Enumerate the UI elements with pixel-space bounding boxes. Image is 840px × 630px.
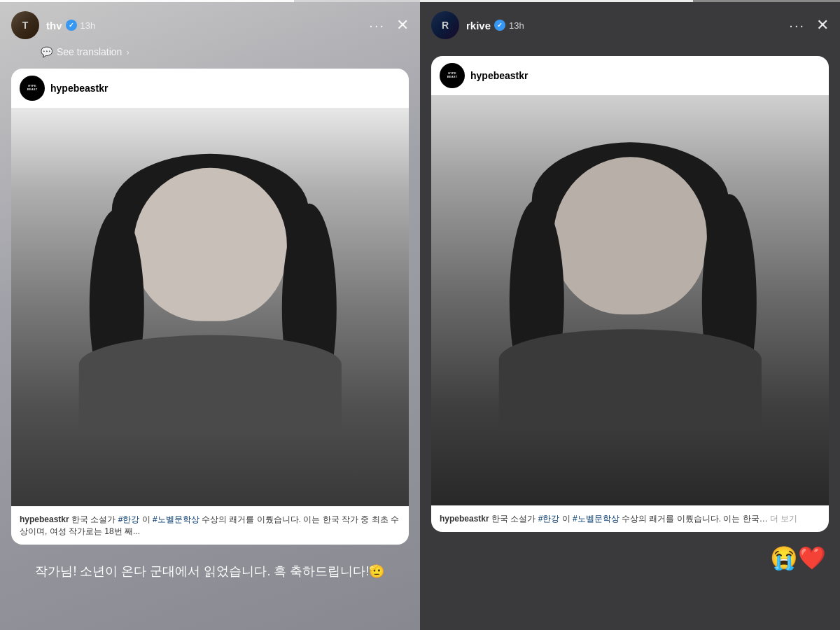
translation-text[interactable]: See translation — [57, 46, 122, 57]
more-link-right[interactable]: 더 보기 — [770, 514, 797, 524]
portrait-bg-right — [431, 95, 829, 505]
more-dots-right[interactable]: ··· — [789, 18, 805, 34]
header-actions-left: ··· ✕ — [369, 16, 409, 34]
username-right: rkive — [466, 20, 491, 31]
story-bottom-text: 작가님! 소년이 온다 군대에서 읽었습니다. 흑 축하드립니다!🫡 — [0, 550, 420, 598]
verified-badge-right: ✓ — [494, 20, 505, 31]
story-right: R rkive ✓ 13h ··· ✕ HYPEBEAST hypebeastk… — [420, 0, 840, 630]
post-account-right[interactable]: hypebeastkr — [470, 70, 528, 81]
face-silhouette-right — [521, 142, 739, 429]
hypebeast-logo-left: HYPEBEAST — [20, 76, 45, 101]
post-caption-right: hypebeastkr 한국 소설가 #한강 이 #노벨문학상 수상의 쾌거를 … — [431, 505, 829, 532]
avatar-left[interactable]: T — [11, 11, 39, 39]
username-row-right: rkive ✓ 13h — [466, 20, 789, 31]
translation-arrow: › — [126, 47, 129, 57]
reaction-emoji: 😭❤️ — [770, 545, 826, 571]
header-info-right: rkive ✓ 13h — [466, 20, 789, 31]
post-card-header-right: HYPEBEAST hypebeastkr — [431, 56, 829, 95]
post-card-left: HYPEBEAST hypebeastkr hypebeastkr 한국 소설가… — [11, 69, 409, 545]
face-silhouette-left — [101, 153, 319, 433]
username-row-left: thv ✓ 13h — [46, 20, 369, 31]
close-button-right[interactable]: ✕ — [816, 16, 829, 34]
shoulders-right — [499, 329, 762, 430]
shoulders-left — [79, 335, 342, 433]
avatar-right[interactable]: R — [431, 11, 459, 39]
post-card-right: HYPEBEAST hypebeastkr hypebeastkr 한국 소설가… — [431, 56, 829, 532]
story-header-left: T thv ✓ 13h ··· ✕ — [0, 0, 420, 45]
story-left: T thv ✓ 13h ··· ✕ 💬 See translation › HY… — [0, 0, 420, 630]
hypebeast-logo-right: HYPEBEAST — [440, 63, 465, 88]
post-caption-left: hypebeastkr 한국 소설가 #한강 이 #노벨문학상 수상의 쾌거를 … — [11, 506, 409, 545]
post-image-left — [11, 108, 409, 506]
portrait-bg-left — [11, 108, 409, 506]
face-oval-left — [134, 167, 287, 321]
caption-username-right: hypebeastkr — [440, 514, 489, 524]
caption-text-left: 한국 소설가 #한강 이 #노벨문학상 수상의 쾌거를 이뤘습니다. 이는 한국… — [20, 514, 399, 536]
username-left: thv — [46, 20, 62, 31]
caption-username-left: hypebeastkr — [20, 514, 69, 524]
face-oval-right — [554, 157, 707, 315]
verified-badge-left: ✓ — [66, 20, 77, 31]
translation-icon: 💬 — [41, 46, 52, 57]
post-account-left[interactable]: hypebeastkr — [50, 83, 108, 94]
more-dots-left[interactable]: ··· — [369, 18, 385, 34]
header-actions-right: ··· ✕ — [789, 16, 829, 34]
caption-text-right: 한국 소설가 #한강 이 #노벨문학상 수상의 쾌거를 이뤘습니다. 이는 한국… — [491, 514, 770, 524]
translation-row: 💬 See translation › — [0, 45, 420, 63]
timestamp-left: 13h — [80, 20, 96, 31]
post-card-header-left: HYPEBEAST hypebeastkr — [11, 69, 409, 108]
post-image-right — [431, 95, 829, 505]
close-button-left[interactable]: ✕ — [396, 16, 409, 34]
story-header-right: R rkive ✓ 13h ··· ✕ — [420, 0, 840, 45]
header-info-left: thv ✓ 13h — [46, 20, 369, 31]
story-reactions: 😭❤️ — [420, 538, 840, 588]
timestamp-right: 13h — [509, 20, 524, 31]
